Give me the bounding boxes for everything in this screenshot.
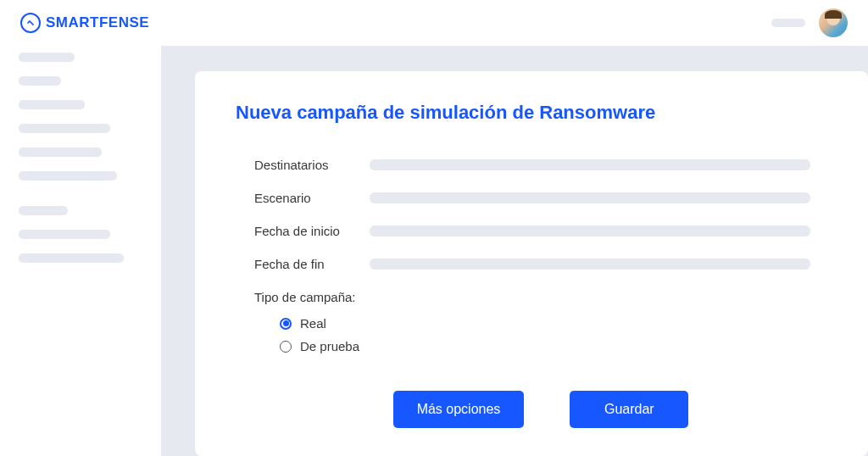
main-content: Nueva campaña de simulación de Ransomwar…: [161, 46, 868, 456]
header-placeholder: [771, 19, 805, 27]
logo[interactable]: SMARTFENSE: [20, 13, 149, 33]
save-button[interactable]: Guardar: [570, 391, 688, 428]
end-date-input[interactable]: [370, 259, 810, 270]
scenario-row: Escenario: [254, 191, 827, 205]
page-title: Nueva campaña de simulación de Ransomwar…: [236, 102, 827, 124]
sidebar-item[interactable]: [19, 53, 75, 62]
sidebar-item[interactable]: [19, 100, 85, 109]
radio-icon: [280, 341, 292, 353]
sidebar-item[interactable]: [19, 147, 102, 157]
sidebar: [0, 46, 161, 456]
button-row: Más opciones Guardar: [254, 391, 827, 428]
radio-test-label: De prueba: [300, 339, 359, 353]
sidebar-group-1: [19, 53, 142, 181]
sidebar-group-2: [19, 206, 142, 263]
more-options-button[interactable]: Más opciones: [393, 391, 525, 428]
layout: Nueva campaña de simulación de Ransomwar…: [0, 46, 868, 456]
sidebar-item[interactable]: [19, 171, 117, 181]
start-date-label: Fecha de inicio: [254, 224, 370, 238]
logo-icon: [20, 13, 41, 33]
app-header: SMARTFENSE: [0, 0, 868, 46]
sidebar-item[interactable]: [19, 253, 124, 263]
sidebar-item[interactable]: [19, 206, 68, 215]
sidebar-item[interactable]: [19, 230, 110, 239]
sidebar-item[interactable]: [19, 124, 110, 133]
start-date-row: Fecha de inicio: [254, 224, 827, 238]
radio-test[interactable]: De prueba: [280, 339, 827, 353]
end-date-row: Fecha de fin: [254, 257, 827, 271]
header-right: [771, 8, 848, 37]
recipients-input[interactable]: [370, 159, 810, 170]
brand-name: SMARTFENSE: [46, 14, 149, 31]
radio-icon: [280, 318, 292, 330]
recipients-label: Destinatarios: [254, 158, 370, 172]
scenario-label: Escenario: [254, 191, 370, 205]
form-card: Nueva campaña de simulación de Ransomwar…: [195, 71, 868, 456]
radio-real-label: Real: [300, 316, 326, 331]
end-date-label: Fecha de fin: [254, 257, 370, 271]
campaign-type-radio-group: Real De prueba: [254, 316, 827, 353]
scenario-input[interactable]: [370, 192, 810, 203]
sidebar-item[interactable]: [19, 76, 61, 86]
avatar[interactable]: [819, 8, 848, 37]
recipients-row: Destinatarios: [254, 158, 827, 172]
campaign-type-label: Tipo de campaña:: [254, 290, 827, 304]
radio-real[interactable]: Real: [280, 316, 827, 331]
start-date-input[interactable]: [370, 225, 810, 236]
campaign-form: Destinatarios Escenario Fecha de inicio …: [236, 158, 827, 428]
